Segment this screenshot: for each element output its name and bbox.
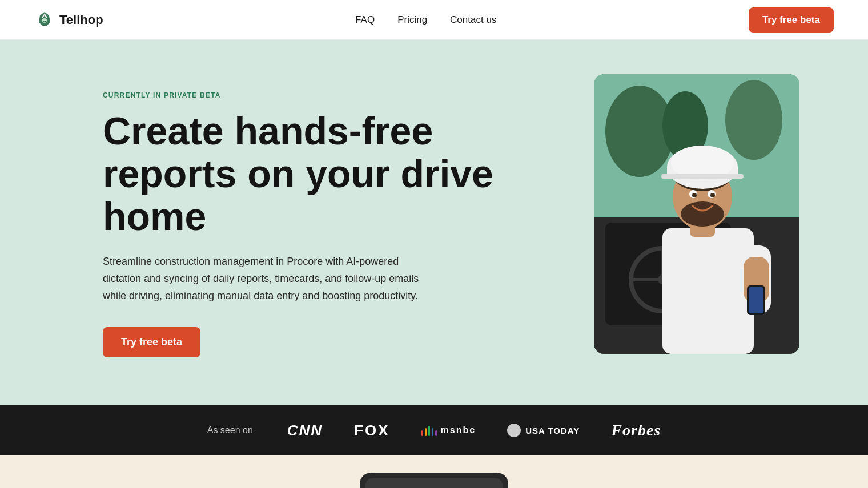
nav-links: FAQ Pricing Contact us [355, 14, 496, 26]
media-logos: CNN FOX msnbc USA TODAY Forbes [287, 421, 661, 439]
msnbc-bar-4 [432, 428, 433, 436]
usatoday-logo: USA TODAY [507, 424, 580, 437]
bottom-section [0, 455, 868, 488]
svg-point-3 [725, 80, 782, 160]
msnbc-logo: msnbc [421, 425, 476, 436]
tellhop-logo-icon [34, 10, 55, 30]
usatoday-circle-icon [507, 424, 521, 437]
hero-description: Streamline construction management in Pr… [103, 253, 434, 304]
hero-cta-button[interactable]: Try free beta [103, 327, 200, 357]
msnbc-bar-5 [435, 430, 437, 436]
fox-text: FOX [354, 422, 389, 439]
logo-text: Tellhop [59, 13, 103, 27]
svg-point-20 [681, 201, 724, 227]
hero-title: Create hands-free reports on your drive … [103, 110, 514, 237]
worker-illustration [594, 74, 799, 354]
svg-rect-12 [662, 228, 754, 354]
nav-cta-button[interactable]: Try free beta [749, 7, 834, 33]
phone-screen [365, 478, 503, 488]
hero-section: CURRENTLY IN PRIVATE BETA Create hands-f… [0, 40, 868, 405]
msnbc-bar-2 [425, 428, 427, 436]
svg-point-24 [710, 193, 715, 197]
nav-contact[interactable]: Contact us [450, 14, 496, 26]
phone-mockup [360, 473, 508, 488]
msnbc-icon [421, 425, 437, 436]
cnn-text: CNN [287, 422, 323, 439]
svg-rect-16 [749, 287, 763, 313]
msnbc-bar-1 [421, 430, 423, 436]
fox-logo: FOX [354, 422, 389, 439]
hero-badge: CURRENTLY IN PRIVATE BETA [103, 91, 514, 99]
forbes-logo: Forbes [611, 421, 661, 439]
as-seen-label: As seen on [207, 425, 253, 435]
nav-pricing[interactable]: Pricing [397, 14, 427, 26]
msnbc-bar-3 [428, 426, 430, 436]
usatoday-text: USA TODAY [525, 426, 580, 435]
hero-content: CURRENTLY IN PRIVATE BETA Create hands-f… [103, 86, 514, 357]
svg-rect-28 [661, 174, 744, 179]
cnn-logo: CNN [287, 422, 323, 439]
nav-faq[interactable]: FAQ [355, 14, 375, 26]
svg-point-23 [692, 193, 697, 197]
navbar: Tellhop FAQ Pricing Contact us Try free … [0, 0, 868, 40]
forbes-text: Forbes [611, 421, 661, 439]
as-seen-on-section: As seen on CNN FOX msnbc USA TODAY [0, 405, 868, 455]
msnbc-text: msnbc [441, 425, 476, 435]
logo-area[interactable]: Tellhop [34, 10, 103, 30]
hero-image [594, 74, 799, 354]
